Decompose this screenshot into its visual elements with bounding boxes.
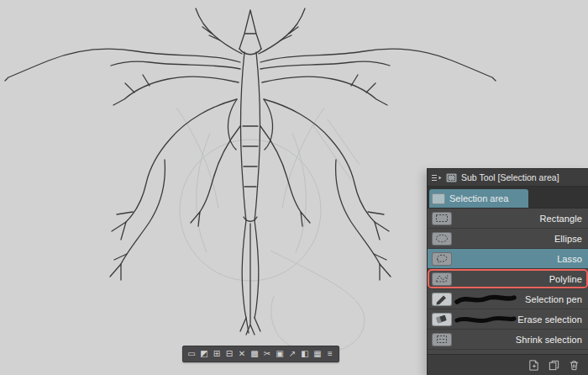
panel-title: Sub Tool [Selection area] (461, 172, 559, 182)
cut-and-paste-icon[interactable]: ✂ (261, 348, 273, 360)
deselect-icon[interactable]: ▭ (186, 348, 197, 360)
launcher-settings-icon[interactable]: ≡ (324, 348, 336, 360)
canvas-area[interactable]: ▭◩⊞⊟✕▩✂▣↗◧▦≡ Sub Tool [Selection area] (0, 0, 588, 375)
selection-launcher: ▭◩⊞⊟✕▩✂▣↗◧▦≡ (182, 346, 339, 362)
creature-sketch (5, 8, 496, 335)
add-subtool-icon[interactable] (528, 359, 540, 372)
subtool-label: Rectangle (540, 214, 582, 224)
delete-subtool-icon[interactable] (568, 359, 580, 372)
subtool-label: Erase selection (517, 314, 582, 325)
clear-icon[interactable]: ✕ (236, 348, 248, 360)
fill-icon[interactable]: ◧ (299, 348, 311, 360)
selection-area-group-icon (432, 193, 445, 204)
ellipse-select-icon (432, 232, 452, 246)
selection-pen-icon (432, 293, 452, 306)
erase-selection-icon (432, 313, 452, 326)
polyline-select-icon (432, 272, 452, 286)
duplicate-subtool-icon[interactable] (548, 359, 560, 372)
subtool-label: Selection pen (525, 294, 582, 304)
subtool-row-polyline[interactable]: Polyline (428, 269, 588, 289)
rectangle-select-icon (432, 212, 452, 225)
selection-area-tool-icon (445, 172, 458, 183)
clear-outside-selection-icon[interactable]: ▩ (249, 348, 260, 360)
subtool-label: Ellipse (554, 234, 582, 244)
subtool-row-lasso[interactable]: Lasso (428, 249, 588, 269)
shrink-select-icon (432, 333, 452, 346)
subtool-label: Shrink selection (516, 335, 582, 345)
brush-stroke-preview (454, 313, 517, 326)
subtool-label: Lasso (557, 254, 582, 264)
lasso-select-icon (432, 252, 452, 266)
group-tab-label: Selection area (449, 193, 508, 203)
subtool-list: Rectangle Ellipse Lasso Polyline Selecti… (428, 209, 588, 354)
new-tone-icon[interactable]: ▦ (312, 348, 323, 360)
subtool-row-selection-pen[interactable]: Selection pen (428, 289, 588, 309)
group-tab-selection-area[interactable]: Selection area (429, 189, 528, 208)
subtool-row-erase-selection[interactable]: Erase selection (428, 309, 588, 330)
subtool-panel: Sub Tool [Selection area] Selection area… (427, 168, 588, 375)
subtool-label: Polyline (549, 274, 582, 284)
subtool-panel-header: Sub Tool [Selection area] (428, 169, 588, 187)
shrink-selection-icon[interactable]: ⊟ (223, 348, 235, 360)
subtool-row-shrink-selection[interactable]: Shrink selection (428, 330, 588, 350)
copy-and-paste-icon[interactable]: ▣ (274, 348, 286, 360)
construction-lines (176, 108, 365, 353)
expand-selection-icon[interactable]: ⊞ (211, 348, 223, 360)
panel-menu-icon[interactable] (431, 173, 442, 182)
subtool-row-rectangle[interactable]: Rectangle (428, 209, 588, 229)
scale-rotate-icon[interactable]: ↗ (286, 348, 298, 360)
subtool-panel-footer (428, 354, 588, 375)
invert-selection-icon[interactable]: ◩ (198, 348, 210, 360)
subtool-group-tabs: Selection area (428, 187, 588, 209)
brush-stroke-preview (454, 293, 517, 306)
subtool-row-ellipse[interactable]: Ellipse (428, 229, 588, 249)
